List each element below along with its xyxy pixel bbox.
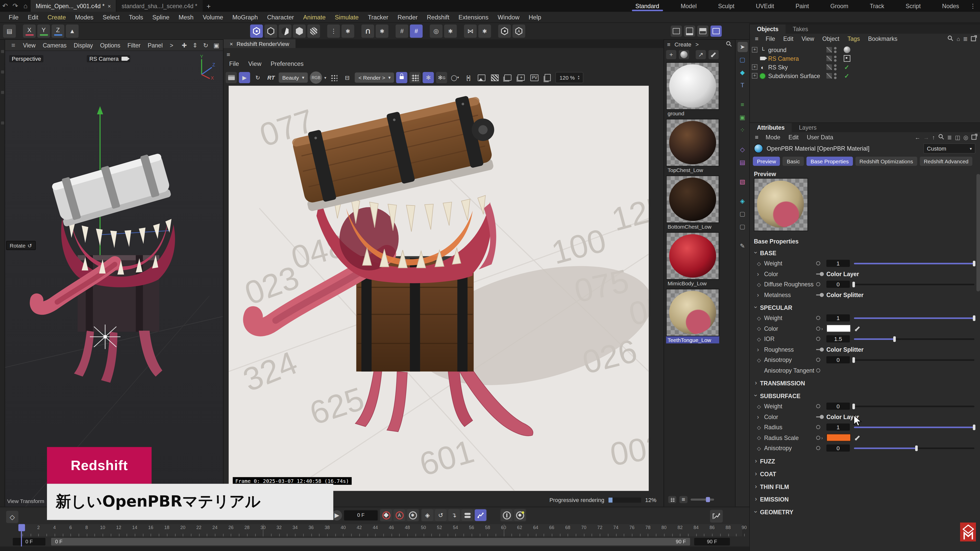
attr-tab-redshift-advanced[interactable]: Redshift Advanced bbox=[920, 157, 973, 166]
layout-tab-sculpt[interactable]: Sculpt bbox=[707, 0, 745, 12]
playhead[interactable] bbox=[18, 524, 25, 531]
grid-icon[interactable]: # bbox=[396, 24, 409, 38]
material-sphere-icon[interactable] bbox=[679, 50, 689, 59]
uv-dots-icon[interactable]: ⁘ bbox=[737, 125, 748, 135]
viewport-menu-options[interactable]: Options bbox=[97, 42, 124, 48]
goto-start-icon[interactable]: ↴ bbox=[448, 509, 460, 521]
capsule-mode-icon[interactable]: ◈ bbox=[737, 196, 748, 206]
symmetry-settings-gear-icon[interactable]: ✱ bbox=[478, 24, 491, 38]
value-field[interactable]: 0 bbox=[826, 445, 850, 452]
checker-background-icon[interactable] bbox=[328, 72, 339, 83]
connected-node-label[interactable]: Color Splitter bbox=[826, 346, 864, 353]
port-icon[interactable] bbox=[816, 404, 826, 408]
object-toggles[interactable] bbox=[826, 47, 837, 53]
port-icon[interactable] bbox=[816, 272, 826, 276]
menu-simulate[interactable]: Simulate bbox=[330, 14, 363, 21]
tab-takes[interactable]: Takes bbox=[786, 24, 815, 34]
menu-edit[interactable]: Edit bbox=[23, 14, 43, 21]
layer-dots-icon[interactable] bbox=[834, 73, 837, 79]
orbit-icon[interactable]: ↻ bbox=[201, 41, 210, 50]
material-menu-arrow[interactable]: > bbox=[695, 41, 699, 48]
material-create-menu[interactable]: Create bbox=[675, 41, 691, 48]
material-item[interactable]: TopChest_Low bbox=[666, 119, 719, 173]
close-icon[interactable]: × bbox=[230, 41, 233, 47]
visibility-icon[interactable] bbox=[826, 56, 832, 61]
grid-display-icon[interactable] bbox=[409, 72, 421, 83]
menu-render[interactable]: Render bbox=[393, 14, 422, 21]
object-popout-icon[interactable] bbox=[971, 35, 977, 42]
up-level-icon[interactable]: ↑ bbox=[932, 134, 935, 140]
doc-tab-1[interactable]: standard_sha...l_scene.c4d * bbox=[117, 0, 203, 12]
menu-redshift[interactable]: Redshift bbox=[422, 14, 454, 21]
slider-handle[interactable] bbox=[973, 424, 975, 430]
loop-playback-icon[interactable]: ↺ bbox=[435, 509, 447, 521]
region-circle-icon[interactable]: ◯▾ bbox=[449, 72, 460, 83]
group-header-base[interactable]: ›BASE bbox=[750, 248, 980, 258]
value-field[interactable]: 1.5 bbox=[826, 335, 850, 343]
add-material-button[interactable]: + bbox=[666, 50, 676, 59]
material-view-grid-icon[interactable] bbox=[668, 496, 676, 503]
zoom-icon[interactable]: ⇕ bbox=[191, 41, 200, 50]
assign-material-icon[interactable]: ↗ bbox=[695, 50, 706, 59]
object-row[interactable]: +◐RS Sky✓ bbox=[750, 63, 980, 71]
edges-mode-icon[interactable] bbox=[264, 24, 277, 38]
text-mode-icon[interactable]: T bbox=[737, 80, 748, 91]
port-icon[interactable] bbox=[816, 316, 826, 320]
end-frame-field[interactable]: 90 F bbox=[694, 537, 730, 545]
attribute-search-icon[interactable] bbox=[938, 134, 944, 141]
port-icon[interactable] bbox=[816, 425, 826, 429]
menu-window[interactable]: Window bbox=[493, 14, 524, 21]
slider-track[interactable] bbox=[854, 426, 974, 428]
snapshot-image-icon[interactable] bbox=[476, 72, 487, 83]
eyedropper-icon[interactable] bbox=[855, 435, 860, 440]
value-field[interactable]: 1 bbox=[826, 314, 850, 322]
volume-mode-icon[interactable]: ▤ bbox=[737, 157, 748, 167]
slider-handle[interactable] bbox=[852, 357, 855, 363]
object-menu-object[interactable]: Object bbox=[818, 36, 843, 42]
object-menu-file[interactable]: File bbox=[762, 36, 779, 42]
attribute-popout-icon[interactable] bbox=[971, 134, 977, 141]
maximize-view-icon[interactable]: ▣ bbox=[212, 41, 221, 50]
group-header-transmission[interactable]: ›TRANSMISSION bbox=[750, 378, 980, 388]
port-icon[interactable] bbox=[816, 415, 826, 419]
menu-tools[interactable]: Tools bbox=[124, 14, 148, 21]
object-row[interactable]: +Subdivision Surface✓ bbox=[750, 71, 980, 80]
home-icon[interactable]: ⌂ bbox=[21, 0, 31, 12]
expander-icon[interactable]: + bbox=[752, 64, 757, 70]
group-header-subsurface[interactable]: ›SUBSURFACE bbox=[750, 391, 980, 401]
start-render-icon[interactable]: ▶ bbox=[239, 72, 250, 83]
uv-rows-icon[interactable]: ≡ bbox=[737, 100, 748, 110]
group-header-thin-film[interactable]: ›THIN FILM bbox=[750, 481, 980, 492]
material-view-list-icon[interactable]: ≡ bbox=[679, 496, 687, 503]
object-menu-view[interactable]: View bbox=[797, 36, 818, 42]
menu-volume[interactable]: Volume bbox=[198, 14, 228, 21]
render-image[interactable]: 077 100 125 048 023 075 050 026 324 625 … bbox=[229, 86, 649, 491]
material-item[interactable]: ground bbox=[666, 62, 719, 117]
history-back-icon[interactable]: ← bbox=[915, 134, 921, 140]
visibility-icon[interactable] bbox=[826, 47, 832, 52]
make-editable-icon[interactable]: ➤ bbox=[737, 42, 748, 52]
slider-handle[interactable] bbox=[973, 260, 975, 266]
viewport-menu-filter[interactable]: Filter bbox=[124, 42, 144, 48]
toggle-tracks-icon[interactable] bbox=[461, 509, 473, 521]
lock-render-icon[interactable] bbox=[396, 72, 407, 83]
timeline-ruler[interactable]: 0246810121416182022242628303234363840424… bbox=[21, 524, 742, 536]
object-menu-edit[interactable]: Edit bbox=[779, 36, 797, 42]
layout-tab-uvedit[interactable]: UVEdit bbox=[745, 0, 785, 12]
renderview-burger-icon[interactable]: ≡ bbox=[227, 51, 230, 58]
port-icon[interactable] bbox=[816, 337, 826, 341]
material-item[interactable]: MimicBody_Low bbox=[666, 232, 719, 287]
object-toggles[interactable] bbox=[826, 56, 837, 62]
material-size-slider[interactable] bbox=[690, 499, 714, 500]
menu-character[interactable]: Character bbox=[262, 14, 298, 21]
menu-create[interactable]: Create bbox=[43, 14, 70, 21]
renderview-menu-file[interactable]: File bbox=[224, 60, 244, 67]
viewport-burger-icon[interactable]: ≡ bbox=[8, 41, 18, 49]
material-picker-icon[interactable] bbox=[708, 50, 719, 59]
renderview-menu-preferences[interactable]: Preferences bbox=[266, 60, 308, 67]
attribute-scrollbar[interactable] bbox=[977, 174, 980, 291]
tag-target-icon[interactable] bbox=[843, 55, 851, 62]
object-search-icon[interactable] bbox=[947, 35, 953, 42]
attribute-filter-icon[interactable]: ≣ bbox=[947, 134, 952, 141]
object-row[interactable]: RS Camera bbox=[750, 54, 980, 63]
